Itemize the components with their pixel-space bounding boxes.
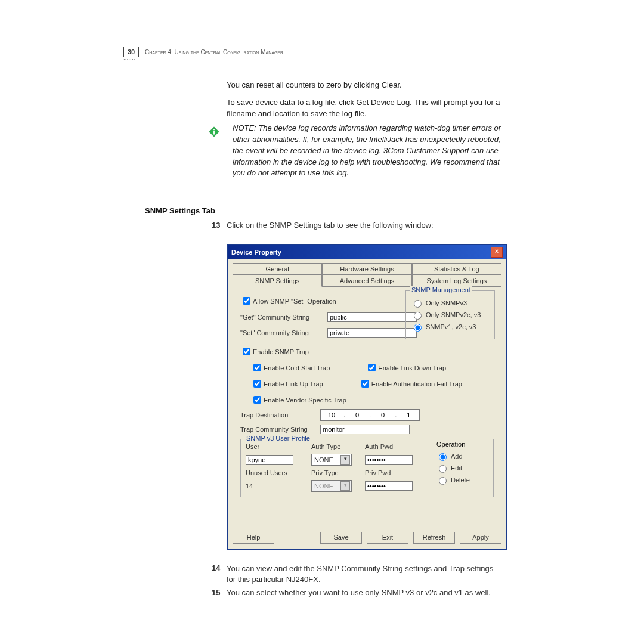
radio-only-v3[interactable] <box>414 300 422 308</box>
authtype-header: Auth Type <box>311 443 359 450</box>
radio-add-label: Add <box>451 453 463 460</box>
trap-community-label: Trap Community String <box>240 426 312 433</box>
trap-destination-label: Trap Destination <box>240 411 306 419</box>
auth-fail-label: Enable Authentication Fail Trap <box>371 380 462 388</box>
privtype-header: Priv Type <box>311 469 359 476</box>
radio-add[interactable] <box>439 453 447 461</box>
save-button[interactable]: Save <box>320 532 362 544</box>
info-icon <box>208 125 221 138</box>
step-text-15: You can select whether you want to use o… <box>227 588 504 597</box>
tab-hardware-settings[interactable]: Hardware Settings <box>322 263 411 275</box>
get-community-input[interactable] <box>327 312 417 322</box>
snmp-management-group: SNMP Management Only SNMPv3 Only SNMPv2c… <box>405 290 495 339</box>
radio-edit[interactable] <box>439 465 447 473</box>
enable-snmp-trap-checkbox[interactable] <box>243 348 250 355</box>
decorative-dots: ······· <box>123 56 135 63</box>
radio-v1-v2c-v3-label: SNMPv1, v2c, v3 <box>426 323 476 330</box>
radio-delete[interactable] <box>439 477 447 485</box>
get-community-label: "Get" Community String <box>240 314 318 321</box>
snmp-v3-profile-legend: SNMP v3 User Profile <box>244 435 312 442</box>
link-up-label: Enable Link Up Trap <box>264 380 323 388</box>
chevron-down-icon: ▾ <box>340 481 350 491</box>
authpwd-header: Auth Pwd <box>365 443 425 450</box>
svg-rect-2 <box>213 131 215 134</box>
unused-users-header: Unused Users <box>246 469 305 476</box>
step-text-14: You can view and edit the SNMP Community… <box>227 564 504 585</box>
apply-button[interactable]: Apply <box>460 532 501 544</box>
tab-panel: Allow SNMP "Set" Operation "Get" Communi… <box>233 287 501 527</box>
privpwd-header: Priv Pwd <box>365 469 425 476</box>
refresh-button[interactable]: Refresh <box>413 532 455 544</box>
auth-fail-checkbox[interactable] <box>361 380 369 388</box>
ip-seg-1[interactable] <box>321 410 342 420</box>
radio-delete-label: Delete <box>451 476 470 484</box>
radio-v1-v2c-v3[interactable] <box>414 324 422 332</box>
dialog-title: Device Property <box>231 249 281 256</box>
trap-community-input[interactable] <box>320 425 410 434</box>
snmp-v3-profile-group: SNMP v3 User Profile User Auth Type Auth… <box>240 439 494 497</box>
step-number-14: 14 <box>212 564 220 572</box>
enable-snmp-trap-label: Enable SNMP Trap <box>253 348 309 355</box>
privpwd-input[interactable] <box>365 481 413 491</box>
cold-start-label: Enable Cold Start Trap <box>264 364 330 371</box>
svg-rect-1 <box>213 129 215 130</box>
step-number-15: 15 <box>212 588 220 597</box>
unused-users-value: 14 <box>246 482 305 490</box>
snmp-management-legend: SNMP Management <box>410 286 472 293</box>
help-button[interactable]: Help <box>233 532 274 544</box>
set-community-input[interactable] <box>327 328 417 338</box>
user-input[interactable] <box>246 455 293 465</box>
tab-statistics-log[interactable]: Statistics & Log <box>412 263 501 275</box>
tab-general[interactable]: General <box>233 263 322 275</box>
ip-seg-2[interactable] <box>346 410 368 420</box>
tab-advanced-settings[interactable]: Advanced Settings <box>322 275 411 287</box>
tab-snmp-settings[interactable]: SNMP Settings <box>233 275 322 287</box>
link-down-checkbox[interactable] <box>368 364 376 371</box>
vendor-trap-checkbox[interactable] <box>253 396 261 404</box>
close-icon[interactable]: × <box>491 247 503 258</box>
titlebar[interactable]: Device Property × <box>228 245 506 259</box>
radio-edit-label: Edit <box>451 465 462 472</box>
user-header: User <box>246 443 305 450</box>
authtype-select[interactable]: NONE▾ <box>311 454 352 466</box>
tab-system-log-settings[interactable]: System Log Settings <box>412 275 501 287</box>
ip-seg-4[interactable] <box>398 410 419 420</box>
trap-destination-input[interactable]: . . . <box>320 409 420 421</box>
operation-group: Operation Add Edit Delete <box>431 445 484 490</box>
operation-legend: Operation <box>435 441 467 448</box>
radio-only-v3-label: Only SNMPv3 <box>426 299 467 306</box>
link-down-label: Enable Link Down Trap <box>378 364 446 371</box>
device-property-dialog: Device Property × General Hardware Setti… <box>227 244 507 550</box>
cold-start-checkbox[interactable] <box>253 364 261 371</box>
intro-p1: You can reset all counters to zero by cl… <box>227 80 507 91</box>
chevron-down-icon: ▾ <box>340 455 350 465</box>
dialog-button-bar: Help Save Exit Refresh Apply <box>228 527 506 549</box>
ip-seg-3[interactable] <box>372 410 394 420</box>
link-up-checkbox[interactable] <box>253 380 261 388</box>
radio-only-v2c-v3[interactable] <box>414 312 422 320</box>
authpwd-input[interactable] <box>365 455 413 465</box>
allow-set-label: Allow SNMP "Set" Operation <box>253 298 336 305</box>
note-paragraph: NOTE: The device log records information… <box>233 123 507 179</box>
privtype-select: NONE▾ <box>311 480 352 492</box>
step-number-13: 13 <box>212 221 220 230</box>
allow-set-checkbox[interactable] <box>243 297 250 305</box>
body-text: You can reset all counters to zero by cl… <box>227 80 507 126</box>
vendor-trap-label: Enable Vendor Specific Trap <box>264 397 346 404</box>
step-text-13: Click on the SNMP Settings tab to see th… <box>227 221 434 230</box>
intro-p2: To save device data to a log file, click… <box>227 97 507 120</box>
radio-only-v2c-v3-label: Only SNMPv2c, v3 <box>426 311 481 318</box>
section-heading: SNMP Settings Tab <box>145 206 215 215</box>
exit-button[interactable]: Exit <box>367 532 408 544</box>
chapter-heading: Chapter 4: Using the Central Configurati… <box>145 49 283 55</box>
set-community-label: "Set" Community String <box>240 329 318 336</box>
